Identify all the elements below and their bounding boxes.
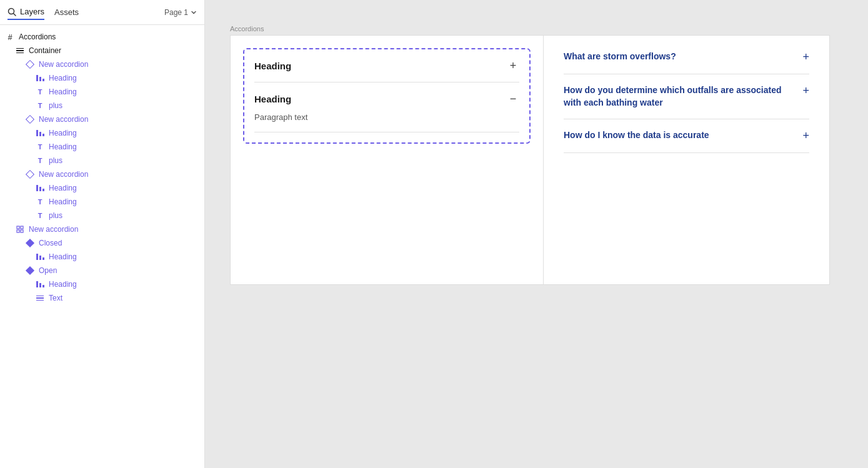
accordion-item-2: Heading − Paragraph text xyxy=(254,82,519,132)
diamond-icon xyxy=(25,59,35,69)
layer-heading-1[interactable]: Heading xyxy=(0,71,204,85)
layer-text[interactable]: Text xyxy=(0,291,204,305)
svg-rect-3 xyxy=(21,226,23,229)
accordion-item-1: Heading + xyxy=(254,59,519,82)
svg-line-1 xyxy=(14,13,16,16)
accordion-item-2-header[interactable]: Heading − xyxy=(254,92,519,105)
sidebar-header: Layers Assets Page 1 xyxy=(0,0,204,25)
search-icon xyxy=(7,7,16,16)
accordion-left-panel: Heading + Heading − Paragraph text xyxy=(231,36,543,284)
layer-plus-1[interactable]: T plus xyxy=(0,99,204,112)
svg-rect-5 xyxy=(21,230,23,232)
layer-heading-2-1[interactable]: T Heading xyxy=(0,140,204,154)
faq-item-2-header[interactable]: How do you determine which outfalls are … xyxy=(564,84,809,109)
accordion-card: Heading + Heading − Paragraph text xyxy=(230,35,830,285)
canvas-inner: Accordions Heading + Heading xyxy=(205,0,868,468)
faq-item-1-title: What are storm overflows? xyxy=(564,51,676,63)
layers-panel: # Accordions Container New accordion Hea… xyxy=(0,25,204,468)
layer-root-accordions[interactable]: # Accordions xyxy=(0,30,204,44)
frame-label: Accordions xyxy=(230,25,843,32)
assets-tab-label: Assets xyxy=(54,7,79,17)
layer-open[interactable]: Open xyxy=(0,264,204,277)
svg-rect-2 xyxy=(17,226,19,229)
T-icon-6: T xyxy=(35,211,45,221)
layer-new-accordion-4[interactable]: New accordion xyxy=(0,222,204,236)
diamond-icon-3 xyxy=(25,169,35,179)
accordion-item-2-body: Paragraph text xyxy=(254,105,519,122)
layer-heading-5[interactable]: Heading xyxy=(0,277,204,291)
layer-heading-1-1[interactable]: T Heading xyxy=(0,85,204,99)
svg-rect-4 xyxy=(17,230,19,232)
page-selector-label: Page 1 xyxy=(164,8,188,17)
layer-plus-3[interactable]: T plus xyxy=(0,209,204,222)
bars-icon xyxy=(35,73,45,83)
accordion-selected-wrapper: Heading + Heading − Paragraph text xyxy=(243,48,531,144)
accordion-item-1-toggle[interactable]: + xyxy=(507,59,519,72)
sidebar: Layers Assets Page 1 # Accordions Contai… xyxy=(0,0,205,468)
lines-icon-2 xyxy=(35,293,45,303)
layer-heading-3[interactable]: Heading xyxy=(0,181,204,195)
layer-new-accordion-3[interactable]: New accordion xyxy=(0,167,204,181)
layer-plus-2[interactable]: T plus xyxy=(0,154,204,167)
T-icon-2: T xyxy=(35,101,45,111)
faq-item-2-title: How do you determine which outfalls are … xyxy=(564,84,792,109)
layer-heading-4[interactable]: Heading xyxy=(0,250,204,264)
diamond-fill-icon xyxy=(25,238,35,248)
layers-tab[interactable]: Layers xyxy=(7,4,44,20)
layer-heading-3-1[interactable]: T Heading xyxy=(0,195,204,209)
main-canvas: Accordions Heading + Heading xyxy=(205,0,868,468)
hash-icon: # xyxy=(5,32,15,42)
accordion-right-panel: What are storm overflows? + How do you d… xyxy=(543,36,829,284)
faq-item-3-header[interactable]: How do I know the data is accurate + xyxy=(564,129,809,142)
diamond-fill-icon-2 xyxy=(25,266,35,276)
faq-item-3: How do I know the data is accurate + xyxy=(564,119,809,153)
page-selector[interactable]: Page 1 xyxy=(164,8,197,17)
layers-tab-label: Layers xyxy=(20,7,44,16)
T-icon-3: T xyxy=(35,142,45,152)
faq-item-1-header[interactable]: What are storm overflows? + xyxy=(564,51,809,64)
bars-icon-3 xyxy=(35,183,45,193)
accordion-item-1-title: Heading xyxy=(254,61,291,71)
layer-new-accordion-2[interactable]: New accordion xyxy=(0,112,204,126)
accordion-item-2-toggle[interactable]: − xyxy=(507,92,519,105)
root-label: Accordions xyxy=(19,32,56,41)
assets-tab[interactable]: Assets xyxy=(54,5,79,19)
T-icon: T xyxy=(35,87,45,97)
chevron-down-icon xyxy=(191,9,197,16)
faq-item-1: What are storm overflows? + xyxy=(564,51,809,74)
bars-icon-2 xyxy=(35,128,45,138)
faq-item-2: How do you determine which outfalls are … xyxy=(564,74,809,119)
layer-heading-2[interactable]: Heading xyxy=(0,126,204,140)
layer-closed[interactable]: Closed xyxy=(0,236,204,250)
bars-icon-4 xyxy=(35,252,45,262)
faq-item-1-toggle[interactable]: + xyxy=(802,51,809,64)
T-icon-4: T xyxy=(35,156,45,166)
layer-new-accordion-1[interactable]: New accordion xyxy=(0,57,204,71)
crosshair-icon xyxy=(15,224,25,234)
diamond-icon-2 xyxy=(25,114,35,124)
bars-icon-5 xyxy=(35,279,45,289)
accordion-body-text: Paragraph text xyxy=(254,112,519,122)
accordion-item-2-title: Heading xyxy=(254,94,291,104)
accordion-item-1-header[interactable]: Heading + xyxy=(254,59,519,72)
faq-item-3-title: How do I know the data is accurate xyxy=(564,129,709,142)
T-icon-5: T xyxy=(35,197,45,207)
faq-item-2-toggle[interactable]: + xyxy=(802,84,809,97)
faq-item-3-toggle[interactable]: + xyxy=(802,129,809,142)
lines-icon xyxy=(15,46,25,56)
layer-container[interactable]: Container xyxy=(0,44,204,57)
